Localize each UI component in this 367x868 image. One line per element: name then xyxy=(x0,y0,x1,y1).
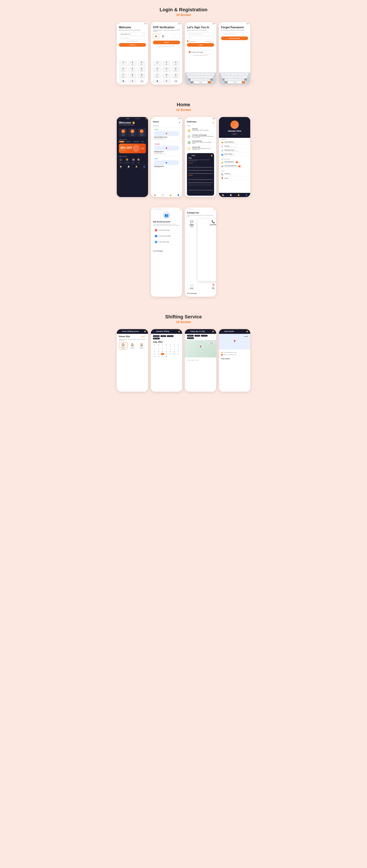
fkb-x[interactable]: X xyxy=(228,79,230,81)
nav-home[interactable]: 🏠Home xyxy=(117,166,124,168)
kb-x[interactable]: X xyxy=(194,79,196,81)
home-bell-icon[interactable]: 🔔 xyxy=(145,118,147,119)
schedule-back-icon[interactable]: ← xyxy=(153,331,154,333)
kb-space[interactable]: space xyxy=(194,81,208,83)
kb-shift[interactable]: ⇧ xyxy=(188,79,191,81)
fkb-l[interactable]: L xyxy=(245,76,247,78)
reset-password-button[interactable]: Reset Password xyxy=(221,36,248,40)
kb-j[interactable]: J xyxy=(205,76,207,78)
kb-f[interactable]: F xyxy=(197,76,199,78)
numpad[interactable]: 1 2ABC 3DEF 4GHI 5JKL 6MNO 7PQRS 8TUV 9W… xyxy=(117,60,148,85)
contact-card-chat[interactable]: 💬 Support Chat 24/7 Online Support xyxy=(187,219,197,281)
edit-profile-button[interactable]: Edit xyxy=(232,133,237,135)
notif-bell-icon[interactable]: 🔔 xyxy=(213,122,214,123)
cal-d-8[interactable]: 8 xyxy=(169,348,172,350)
fkb-y[interactable]: Y xyxy=(235,73,237,75)
cal-d-22[interactable]: 22 xyxy=(169,353,172,355)
kb-p[interactable]: P xyxy=(212,73,214,75)
profile-logout[interactable]: 🚪 Logout › xyxy=(221,176,248,180)
fkb-k[interactable]: K xyxy=(242,76,244,78)
cal-d-24[interactable]: 24 xyxy=(176,353,180,355)
otp-key-9[interactable]: 9WXYZ xyxy=(171,73,180,79)
kb-u[interactable]: U xyxy=(203,73,206,75)
home-service-house[interactable]: 🏠 HouseShifting xyxy=(119,128,128,137)
key-2[interactable]: 2ABC xyxy=(128,61,137,66)
fkb-v[interactable]: V xyxy=(233,79,236,81)
other-labour[interactable]: 👷 Labour Service xyxy=(124,158,130,163)
cal-d-26[interactable]: 26 xyxy=(157,355,161,358)
fkb-r[interactable]: R xyxy=(229,73,232,75)
profile-contact[interactable]: 📞 Contact Us For more information › xyxy=(221,172,248,176)
key-7[interactable]: 7PQRS xyxy=(119,73,128,79)
kb-g[interactable]: G xyxy=(199,76,202,78)
kb-w[interactable]: W xyxy=(190,73,192,75)
fkb-c[interactable]: C xyxy=(230,79,233,81)
map-back-icon[interactable]: ← xyxy=(187,331,189,333)
otp-key-5[interactable]: 5JKL xyxy=(162,67,171,72)
social-bell-icon[interactable]: 🔔 xyxy=(179,209,181,210)
key-8[interactable]: 8TUV xyxy=(128,73,137,79)
social-go-home-btn[interactable]: Go to Homepage → xyxy=(153,250,180,252)
dots-menu[interactable] xyxy=(126,118,130,119)
fkb-123[interactable]: 123 xyxy=(224,81,227,83)
profile-push-notif[interactable]: 🔔 Push Notifications For daily update an… xyxy=(221,160,248,164)
otp-key-7[interactable]: 7PQRS xyxy=(153,73,162,79)
kb-c[interactable]: C xyxy=(196,79,199,81)
fkb-t[interactable]: T xyxy=(232,73,234,75)
custom-label[interactable]: Custom xyxy=(140,336,146,338)
tab-summer[interactable]: Summer Offer xyxy=(132,141,140,143)
hnav-home[interactable]: 🏠 xyxy=(151,194,159,196)
cal-d-5[interactable]: 5 xyxy=(157,348,161,350)
faq-back-icon[interactable]: ← xyxy=(188,155,190,156)
fkb-n[interactable]: N xyxy=(239,79,241,81)
cal-d-18[interactable]: 18 xyxy=(153,353,157,355)
otp-key-6[interactable]: 6MNO xyxy=(171,67,180,72)
faq-q5[interactable]: Can I Cancel the order after one week?▴ xyxy=(188,180,213,183)
google-connect-btn[interactable]: G Connect with Google xyxy=(153,228,180,232)
cal-d-25[interactable]: 25 xyxy=(153,355,157,358)
cal-d-11[interactable]: 11 xyxy=(153,350,157,352)
map-bell-icon[interactable]: 🔔 xyxy=(212,331,214,332)
fkb-m[interactable]: M xyxy=(242,79,244,81)
faq-q6[interactable]: How to call any service now?▾ xyxy=(188,187,213,190)
key-6[interactable]: 6MNO xyxy=(137,67,146,72)
house-card-2bed[interactable]: 🏠 2 Bedrooms 1 Kitchen xyxy=(119,342,128,350)
backspace-key[interactable]: ⌫ xyxy=(137,79,146,84)
cal-d-2[interactable]: 2 xyxy=(173,346,176,348)
hnav-notif[interactable]: 🔔 xyxy=(167,194,174,196)
pnav-notif[interactable]: 🔔 xyxy=(234,194,243,196)
forget-keyboard[interactable]: QWERTYUIOP ASDFGHJKL ⇧ZXCVBNM⌫ 123 space… xyxy=(219,72,250,85)
promo-notif-toggle[interactable] xyxy=(238,165,242,167)
profile-payment[interactable]: 💳 Payment Methods Add your credit & debi… xyxy=(221,141,248,145)
order-bell-icon[interactable]: 🔔 xyxy=(246,331,248,332)
fkb-shift[interactable]: ⇧ xyxy=(222,79,225,81)
reset-email-input[interactable]: hannah.turin@email.com xyxy=(221,32,248,35)
google-signin-btn[interactable]: Continue with Google xyxy=(187,50,214,54)
profile-refer[interactable]: 👥 Refer to Friends Get $50 by referring … xyxy=(221,153,248,157)
nav-profile[interactable]: 👤Profile xyxy=(140,166,148,168)
kb-i[interactable]: I xyxy=(206,73,209,75)
kb-d[interactable]: D xyxy=(194,76,196,78)
pnav-history[interactable]: 📋 xyxy=(227,194,234,196)
kb-go[interactable]: Go xyxy=(208,81,211,83)
pnav-home[interactable]: 🏠 xyxy=(219,194,227,196)
continue-button[interactable]: Continue xyxy=(119,43,146,47)
profile-social[interactable]: 🔗 Add Social Account Add Facebook, Insta… xyxy=(221,149,248,153)
pnav-profile[interactable]: 👤 xyxy=(243,194,250,196)
nav-history[interactable]: 📋History xyxy=(124,166,133,168)
house-card-3bed[interactable]: 🏠 3 Bedrooms 1 Kitchen xyxy=(128,342,137,350)
otp-key-3[interactable]: 3DEF xyxy=(171,61,180,66)
fkb-i[interactable]: I xyxy=(240,73,243,75)
facebook-connect-btn[interactable]: f Connect with Facebook xyxy=(153,234,180,239)
kb-t[interactable]: T xyxy=(198,73,200,75)
faq-go-home-btn[interactable]: Go to Homepage → xyxy=(188,192,213,193)
fkb-o[interactable]: O xyxy=(243,73,246,75)
otp-key-4[interactable]: 4GHI xyxy=(153,67,162,72)
faq-q3[interactable]: What is cost of each item ?▾ xyxy=(188,170,213,174)
cal-d-16[interactable]: 16 xyxy=(173,350,176,352)
kb-r[interactable]: R xyxy=(195,73,198,75)
kb-o[interactable]: O xyxy=(209,73,211,75)
login-button[interactable]: Login xyxy=(187,43,214,47)
kb-backspace[interactable]: ⌫ xyxy=(210,79,213,81)
fkb-h[interactable]: H xyxy=(236,76,238,78)
